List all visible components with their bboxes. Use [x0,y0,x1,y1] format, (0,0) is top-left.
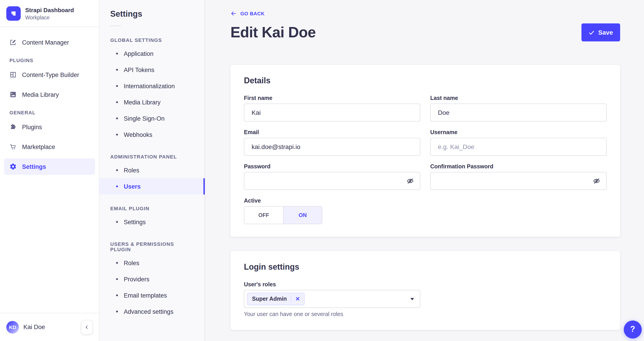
help-button[interactable]: ? [624,320,642,338]
sidebar-nav: Content Manager PLUGINS Content-Type Bui… [0,27,99,182]
gear-icon [10,163,17,170]
subnav-item-label: Roles [124,167,139,174]
go-back-link[interactable]: GO BACK [230,10,264,17]
layout-icon [10,71,17,78]
page-title: Edit Kai Doe [230,24,316,41]
password-input-wrap [244,172,420,190]
brand-subtitle: Workplace [25,15,74,20]
subnav-section-users-permissions-plugin: USERS & PERMISSIONS PLUGIN Roles Provide… [100,241,205,320]
subnav-item-api-tokens[interactable]: API Tokens [100,62,205,78]
close-icon[interactable]: ✕ [296,296,300,302]
details-form: First name Last name Email Username Pass [244,95,607,224]
picture-icon [10,91,17,98]
subnav-section-header: ADMINISTRATION PANEL [100,154,205,159]
subnav-item-label: Settings [124,218,146,225]
bullet-icon [116,278,118,280]
bullet-icon [116,186,118,187]
subnav-item-internationalization[interactable]: Internationalization [100,78,205,94]
subnav-item-providers[interactable]: Providers [100,271,205,287]
password-input[interactable] [244,172,420,190]
toggle-confirmation-password-visibility-button[interactable] [592,176,601,186]
subnav-item-email-templates[interactable]: Email templates [100,287,205,304]
details-card: Details First name Last name Email Usern… [230,65,620,237]
password-label: Password [244,164,420,170]
strapi-logo-icon [6,6,21,21]
subnav-item-label: Internationalization [124,82,175,89]
subnav-item-admin-roles[interactable]: Roles [100,162,205,178]
bullet-icon [116,294,118,296]
user-roles-label: User's roles [244,281,420,288]
bullet-icon [116,169,118,171]
bullet-icon [116,118,118,119]
subnav-item-label: Email templates [124,292,167,299]
cart-icon [10,143,17,150]
main-content: GO BACK Edit Kai Doe Save Details First … [205,0,644,341]
username-input[interactable] [430,138,607,156]
go-back-label: GO BACK [240,11,264,16]
sidebar-item-media-library[interactable]: Media Library [4,86,95,103]
workspace-brand[interactable]: Strapi Dashboard Workplace [0,0,99,26]
feather-pen-icon [10,39,17,46]
active-field: Active OFF ON [244,198,420,224]
confirmation-password-input-wrap [430,172,607,190]
divider [110,26,121,26]
active-toggle-off[interactable]: OFF [244,207,283,224]
subnav-item-media-library[interactable]: Media Library [100,94,205,110]
bullet-icon [116,310,118,312]
username-field: Username [430,129,607,156]
brand-title: Strapi Dashboard [25,7,74,14]
sidebar-section-general: GENERAL [4,110,95,115]
confirmation-password-input[interactable] [430,172,607,190]
active-toggle-on[interactable]: ON [283,207,322,224]
first-name-label: First name [244,95,420,101]
sidebar-footer: KD Kai Doe [0,313,99,341]
sidebar-item-content-manager[interactable]: Content Manager [4,34,95,50]
brand-text: Strapi Dashboard Workplace [25,7,74,20]
email-field: Email [244,129,420,156]
arrow-left-icon [230,10,237,17]
subnav-item-email-settings[interactable]: Settings [100,214,205,230]
check-icon [589,30,595,35]
subnav-item-application[interactable]: Application [100,46,205,62]
save-button[interactable]: Save [582,24,620,42]
sidebar-item-label: Content Manager [22,39,69,46]
user-name: Kai Doe [24,324,45,330]
eye-slash-icon [593,177,600,185]
subnav-item-up-roles[interactable]: Roles [100,255,205,271]
sidebar-item-label: Plugins [22,124,42,130]
sidebar-item-content-type-builder[interactable]: Content-Type Builder [4,66,95,83]
last-name-label: Last name [430,95,607,101]
sidebar-item-settings[interactable]: Settings [4,158,95,175]
collapse-sidebar-button[interactable] [81,320,93,334]
subnav-item-label: Users [124,183,141,190]
details-heading: Details [244,76,607,86]
sidebar-item-plugins[interactable]: Plugins [4,119,95,135]
username-label: Username [430,129,607,136]
subnav-item-advanced-settings[interactable]: Advanced settings [100,304,205,320]
subnav-item-webhooks[interactable]: Webhooks [100,126,205,143]
password-field: Password [244,164,420,190]
sidebar-item-marketplace[interactable]: Marketplace [4,139,95,155]
bullet-icon [116,69,118,71]
subnav-item-label: Roles [124,260,139,266]
subnav-item-admin-users[interactable]: Users [100,178,205,194]
login-settings-form: User's roles Super Admin ✕ Your user can… [244,281,607,317]
toggle-password-visibility-button[interactable] [406,176,415,186]
login-settings-card: Login settings User's roles Super Admin … [230,251,620,330]
last-name-input[interactable] [430,104,607,122]
bullet-icon [116,134,118,136]
subnav-section-administration-panel: ADMINISTRATION PANEL Roles Users [100,154,205,194]
active-toggle: OFF ON [244,206,322,224]
email-input[interactable] [244,138,420,156]
role-chip: Super Admin ✕ [247,292,305,305]
subnav-item-label: Media Library [124,99,161,106]
avatar[interactable]: KD [6,321,19,333]
subnav-item-single-sign-on[interactable]: Single Sign-On [100,110,205,126]
first-name-input[interactable] [244,104,420,122]
user-roles-select[interactable]: Super Admin ✕ [244,290,420,308]
puzzle-icon [10,123,17,130]
subnav-item-label: Providers [124,276,150,282]
sidebar-item-label: Settings [22,163,46,170]
divider [291,296,292,302]
user-roles-field: User's roles Super Admin ✕ Your user can… [244,281,420,317]
